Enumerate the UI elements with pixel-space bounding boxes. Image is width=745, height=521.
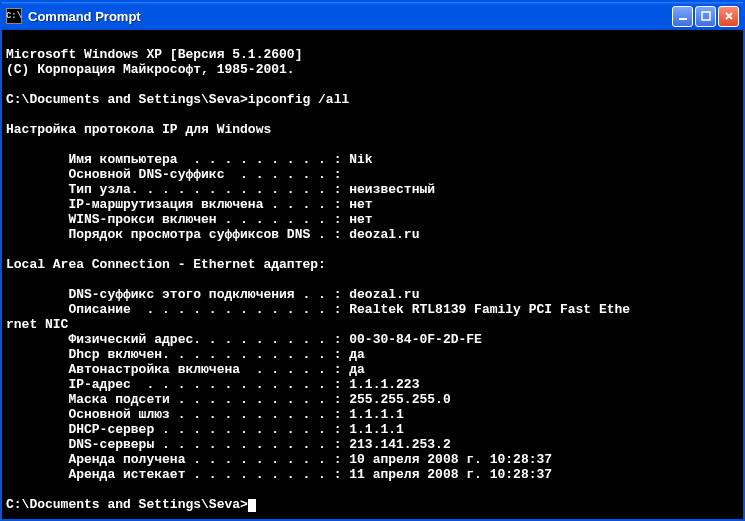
close-icon: [724, 11, 734, 21]
kv-line: WINS-прокси включен . . . . . . . : нет: [6, 212, 373, 227]
section-header: Настройка протокола IP для Windows: [6, 122, 271, 137]
blank-line: [6, 482, 14, 497]
kv-value: 10 апреля 2008 г. 10:28:37: [349, 452, 552, 467]
kv-line: Аренда истекает . . . . . . . . . : 11 а…: [6, 467, 552, 482]
blank-line: [6, 137, 14, 152]
kv-value: Nik: [349, 152, 372, 167]
kv-value: 213.141.253.2: [349, 437, 450, 452]
kv-wrap-line: rnet NIC: [6, 317, 68, 332]
kv-label: IP-маршрутизация включена . . . . :: [6, 197, 349, 212]
prompt-path: C:\Documents and Settings\Seva>: [6, 497, 248, 512]
os-header-line: Microsoft Windows XP [Версия 5.1.2600]: [6, 47, 302, 62]
kv-line: Порядок просмотра суффиксов DNS . : deoz…: [6, 227, 419, 242]
kv-label: Имя компьютера . . . . . . . . . :: [6, 152, 349, 167]
blank-line: [6, 77, 14, 92]
kv-line: Имя компьютера . . . . . . . . . : Nik: [6, 152, 373, 167]
minimize-icon: [678, 11, 688, 21]
kv-value: deozal.ru: [349, 227, 419, 242]
kv-label: IP-адрес . . . . . . . . . . . . :: [6, 377, 349, 392]
cmd-icon: C:\: [6, 8, 22, 24]
close-button[interactable]: [718, 6, 739, 27]
kv-value: да: [349, 362, 365, 377]
window-title: Command Prompt: [28, 9, 672, 24]
copyright-line: (С) Корпорация Майкрософт, 1985-2001.: [6, 62, 295, 77]
kv-line: Аренда получена . . . . . . . . . : 10 а…: [6, 452, 552, 467]
kv-line: Физический адрес. . . . . . . . . : 00-3…: [6, 332, 482, 347]
kv-label: Физический адрес. . . . . . . . . :: [6, 332, 349, 347]
kv-label: Маска подсети . . . . . . . . . . :: [6, 392, 349, 407]
kv-line: DNS-суффикс этого подключения . . : deoz…: [6, 287, 419, 302]
kv-label: DNS-серверы . . . . . . . . . . . :: [6, 437, 349, 452]
kv-label: DNS-суффикс этого подключения . . :: [6, 287, 349, 302]
kv-label: Аренда получена . . . . . . . . . :: [6, 452, 349, 467]
blank-line: [6, 272, 14, 287]
kv-value: 11 апреля 2008 г. 10:28:37: [349, 467, 552, 482]
kv-value: да: [349, 347, 365, 362]
maximize-icon: [701, 11, 711, 21]
command-prompt-window: C:\ Command Prompt Microsoft Windows XP …: [0, 0, 745, 521]
kv-label: WINS-прокси включен . . . . . . . :: [6, 212, 349, 227]
kv-value: нет: [349, 197, 372, 212]
kv-value: deozal.ru: [349, 287, 419, 302]
window-controls: [672, 6, 739, 27]
kv-label: Описание . . . . . . . . . . . . :: [6, 302, 349, 317]
kv-line: Описание . . . . . . . . . . . . : Realt…: [6, 302, 630, 317]
kv-label: Основной DNS-суффикс . . . . . . :: [6, 167, 341, 182]
maximize-button[interactable]: [695, 6, 716, 27]
blank-line: [6, 107, 14, 122]
kv-line: Основной DNS-суффикс . . . . . . :: [6, 167, 341, 182]
titlebar[interactable]: C:\ Command Prompt: [2, 2, 743, 30]
kv-label: Основной шлюз . . . . . . . . . . :: [6, 407, 349, 422]
kv-label: Dhcp включен. . . . . . . . . . . :: [6, 347, 349, 362]
kv-line: Тип узла. . . . . . . . . . . . . : неиз…: [6, 182, 435, 197]
kv-label: Автонастройка включена . . . . . :: [6, 362, 349, 377]
kv-line: Маска подсети . . . . . . . . . . : 255.…: [6, 392, 451, 407]
kv-label: Аренда истекает . . . . . . . . . :: [6, 467, 349, 482]
kv-value: неизвестный: [349, 182, 435, 197]
svg-rect-1: [702, 12, 710, 20]
kv-line: Dhcp включен. . . . . . . . . . . : да: [6, 347, 365, 362]
kv-value: 1.1.1.223: [349, 377, 419, 392]
kv-label: DHCP-сервер . . . . . . . . . . . :: [6, 422, 349, 437]
terminal-output[interactable]: Microsoft Windows XP [Версия 5.1.2600] (…: [2, 30, 743, 519]
kv-value: 00-30-84-0F-2D-FE: [349, 332, 482, 347]
kv-value: 1.1.1.1: [349, 422, 404, 437]
kv-line: Автонастройка включена . . . . . : да: [6, 362, 365, 377]
cursor-icon: [248, 499, 256, 512]
prompt-path: C:\Documents and Settings\Seva>: [6, 92, 248, 107]
kv-value: 1.1.1.1: [349, 407, 404, 422]
kv-label: Порядок просмотра суффиксов DNS . :: [6, 227, 349, 242]
kv-value: нет: [349, 212, 372, 227]
kv-value: Realtek RTL8139 Family PCI Fast Ethe: [349, 302, 630, 317]
kv-label: Тип узла. . . . . . . . . . . . . :: [6, 182, 349, 197]
kv-line: IP-маршрутизация включена . . . . : нет: [6, 197, 373, 212]
typed-command: ipconfig /all: [248, 92, 349, 107]
kv-value: 255.255.255.0: [349, 392, 450, 407]
kv-line: IP-адрес . . . . . . . . . . . . : 1.1.1…: [6, 377, 419, 392]
minimize-button[interactable]: [672, 6, 693, 27]
section-header: Local Area Connection - Ethernet адаптер…: [6, 257, 326, 272]
prompt-line: C:\Documents and Settings\Seva>: [6, 497, 256, 512]
blank-line: [6, 242, 14, 257]
kv-line: Основной шлюз . . . . . . . . . . : 1.1.…: [6, 407, 404, 422]
kv-line: DHCP-сервер . . . . . . . . . . . : 1.1.…: [6, 422, 404, 437]
prompt-line: C:\Documents and Settings\Seva>ipconfig …: [6, 92, 349, 107]
kv-line: DNS-серверы . . . . . . . . . . . : 213.…: [6, 437, 451, 452]
svg-rect-0: [679, 18, 687, 20]
